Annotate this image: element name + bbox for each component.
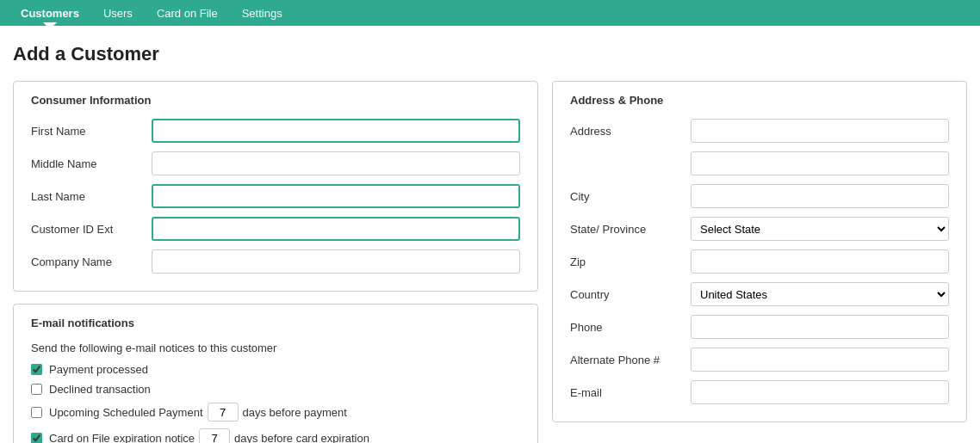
city-row: City [570,184,949,208]
declined-transaction-label: Declined transaction [49,383,151,396]
phone-input[interactable] [691,315,949,339]
state-label: State/ Province [570,223,691,236]
zip-input[interactable] [691,249,949,274]
email-input[interactable] [691,380,949,404]
company-name-row: Company Name [31,249,520,274]
nav-item-users[interactable]: Users [91,3,145,24]
email-panel-title: E-mail notifications [31,317,520,329]
first-name-row: First Name [31,119,520,143]
middle-name-input[interactable] [152,151,520,175]
left-column: Consumer Information First Name Middle N… [13,81,538,443]
card-expiration-label: Card on File expiration notice [49,432,195,444]
first-name-label: First Name [31,125,152,138]
state-select[interactable]: Select State [691,217,949,241]
email-panel: E-mail notifications Send the following … [13,304,538,443]
customer-id-input[interactable] [152,217,520,241]
alt-phone-label: Alternate Phone # [570,354,691,366]
address-panel: Address & Phone Address City State/ Prov… [552,81,967,422]
phone-row: Phone [570,315,949,339]
address-label: Address [570,125,691,138]
address-panel-title: Address & Phone [570,94,949,107]
payment-processed-row: Payment processed [31,363,520,376]
declined-transaction-row: Declined transaction [31,383,520,396]
address-row: Address [570,119,949,143]
consumer-panel: Consumer Information First Name Middle N… [13,81,538,292]
last-name-label: Last Name [31,190,152,203]
last-name-input[interactable] [152,184,520,208]
middle-name-label: Middle Name [31,157,152,170]
payment-processed-checkbox[interactable] [31,364,42,375]
phone-label: Phone [570,321,691,334]
customer-id-row: Customer ID Ext [31,217,520,241]
address-input[interactable] [691,119,949,143]
card-expiration-days-input[interactable] [199,428,230,443]
customer-id-label: Customer ID Ext [31,223,152,236]
upcoming-payment-suffix: days before payment [243,406,347,419]
page-content: Add a Customer Consumer Information Firs… [0,26,980,443]
card-expiration-suffix: days before card expiration [234,432,369,444]
upcoming-payment-days-input[interactable] [208,403,239,421]
zip-label: Zip [570,255,691,268]
right-column: Address & Phone Address City State/ Prov… [552,81,967,443]
upcoming-payment-row: Upcoming Scheduled Payment days before p… [31,403,520,421]
nav-bar: Customers Users Card on File Settings [0,0,980,26]
email-description: Send the following e-mail notices to thi… [31,341,520,354]
company-name-label: Company Name [31,255,152,268]
payment-processed-label: Payment processed [49,363,148,376]
page-title: Add a Customer [13,43,967,65]
alt-phone-input[interactable] [691,348,949,372]
middle-name-row: Middle Name [31,151,520,175]
state-row: State/ Province Select State [570,217,949,241]
country-row: Country United States [570,282,949,306]
first-name-input[interactable] [152,119,520,143]
nav-item-card-on-file[interactable]: Card on File [145,3,230,24]
city-input[interactable] [691,184,949,208]
upcoming-payment-checkbox[interactable] [31,407,42,418]
consumer-panel-title: Consumer Information [31,94,520,107]
zip-row: Zip [570,249,949,274]
country-select[interactable]: United States [691,282,949,306]
country-label: Country [570,288,691,301]
form-layout: Consumer Information First Name Middle N… [13,81,967,443]
last-name-row: Last Name [31,184,520,208]
card-expiration-checkbox[interactable] [31,433,42,444]
email-row: E-mail [570,380,949,404]
nav-item-customers[interactable]: Customers [9,3,91,24]
address2-input[interactable] [691,151,949,175]
nav-item-settings[interactable]: Settings [230,3,295,24]
upcoming-payment-label: Upcoming Scheduled Payment [49,406,203,419]
address2-row [570,151,949,175]
alt-phone-row: Alternate Phone # [570,348,949,372]
city-label: City [570,190,691,203]
company-name-input[interactable] [152,249,520,274]
card-expiration-row: Card on File expiration notice days befo… [31,428,520,443]
declined-transaction-checkbox[interactable] [31,384,42,395]
email-label: E-mail [570,386,691,399]
